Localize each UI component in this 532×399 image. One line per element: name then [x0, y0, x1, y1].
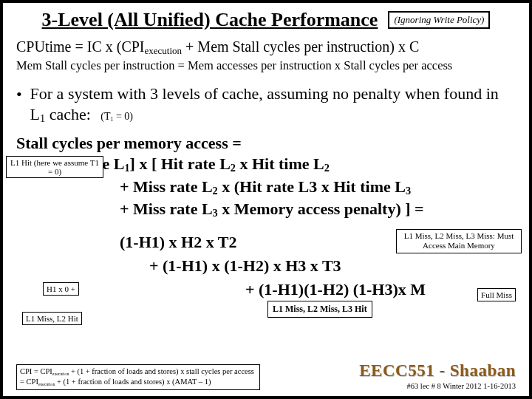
- slide-frame: 3-Level (All Unified) Cache Performance …: [0, 0, 532, 399]
- cpi-box: CPI = CPIexecution + (1 + fraction of lo…: [16, 364, 260, 390]
- eq1-sub: execution: [145, 45, 183, 56]
- section-heading: Stall cycles per memory access =: [16, 134, 516, 153]
- bullet-row: • For a system with 3 levels of cache, a…: [16, 83, 516, 125]
- stall-block: Stall cycles per memory access = [miss r…: [16, 134, 516, 220]
- cpi-line-2: = CPIexecution + (1 + fraction of loads …: [20, 377, 256, 388]
- ignoring-note: (Ignoring Write Policy): [388, 11, 490, 29]
- chip-full-miss: Full Miss: [477, 288, 516, 301]
- credits: EECC551 - Shaaban #63 lec # 8 Winter 201…: [359, 361, 516, 390]
- chip-l1miss-l2hit: L1 Miss, L2 Hit: [22, 312, 82, 325]
- eq1-post: + Mem Stall cycles per instruction) x C: [182, 38, 419, 55]
- stall-line-1: [miss rate L1] x [ Hit rate L2 x Hit tim…: [41, 153, 516, 175]
- lower-row: H1 x 0 + L1 Miss, L2 Hit L1 Miss, L2 Mis…: [16, 231, 516, 322]
- bullet-dot: •: [16, 83, 30, 125]
- bullet-text: For a system with 3 levels of cache, ass…: [30, 83, 516, 125]
- chip-h1: H1 x 0 +: [43, 282, 79, 296]
- footer: CPI = CPIexecution + (1 + fraction of lo…: [16, 361, 516, 390]
- memstall-equation: Mem Stall cycles per instruction = Mem a…: [16, 58, 516, 73]
- title-bar: 3-Level (All Unified) Cache Performance …: [16, 9, 516, 31]
- formula-3: + (1-H1)(1-H2) (1-H3)x M: [245, 278, 426, 301]
- stall-line-2: + Miss rate L2 x (Hit rate L3 x Hit time…: [120, 176, 516, 198]
- course-credit: EECC551 - Shaaban: [359, 361, 516, 381]
- cputime-equation: CPUtime = IC x (CPIexecution + Mem Stall…: [16, 38, 516, 57]
- lecture-info: #63 lec # 8 Winter 2012 1-16-2013: [359, 382, 516, 390]
- chip-l1m-l2m-l3hit: L1 Miss, L2 Miss, L3 Hit: [267, 301, 372, 318]
- formula-block: (1-H1) x H2 x T2 + (1-H1) x (1-H2) x H3 …: [120, 231, 426, 301]
- formula-2: + (1-H1) x (1-H2) x H3 x T3: [149, 254, 426, 278]
- slide-title: 3-Level (All Unified) Cache Performance: [42, 9, 378, 31]
- chip-l1-hit: L1 Hit (here we assume T1 = 0): [6, 156, 103, 178]
- formula-1: (1-H1) x H2 x T2: [120, 231, 426, 254]
- eq1-pre: CPUtime = IC x (CPI: [16, 38, 145, 55]
- cpi-line-1: CPI = CPIexecution + (1 + fraction of lo…: [20, 366, 256, 378]
- bullet-tail: cache:: [45, 105, 91, 123]
- bullet-trailer: (T1 = 0): [100, 111, 133, 122]
- stall-line-3: + Miss rate L3 x Memory access penalty) …: [120, 198, 516, 220]
